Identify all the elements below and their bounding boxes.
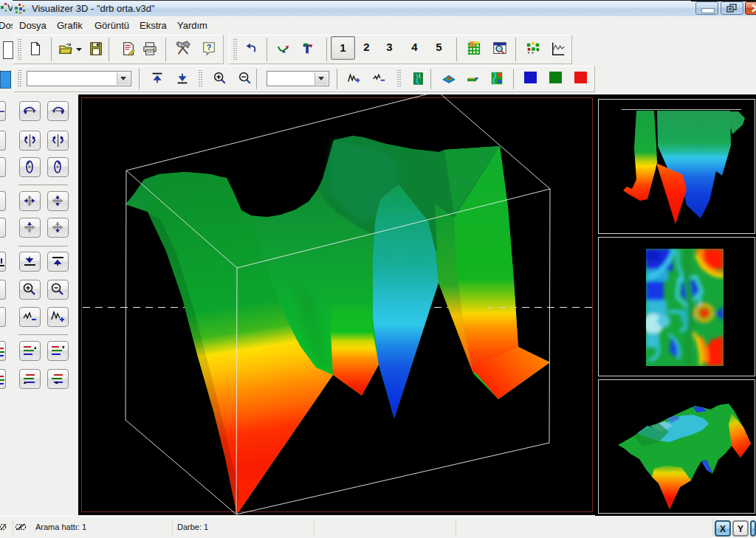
- svg-text:?: ?: [207, 43, 212, 52]
